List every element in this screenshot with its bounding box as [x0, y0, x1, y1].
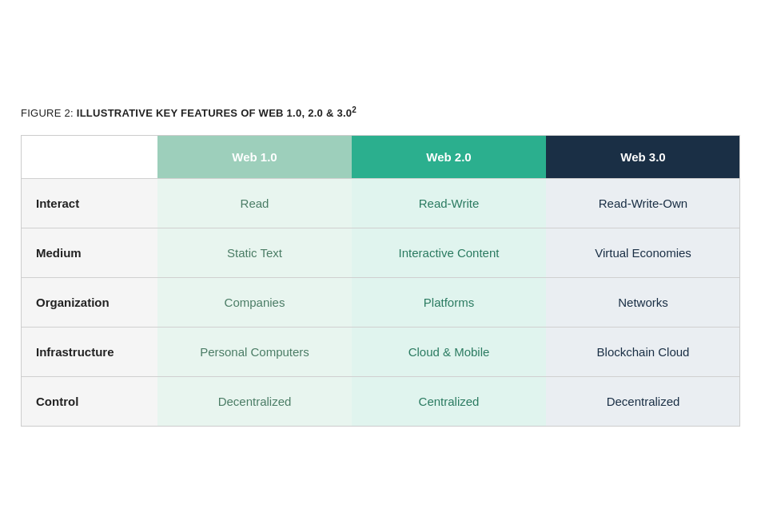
row-label-organization: Organization — [22, 278, 157, 328]
figure-title-prefix: FIGURE 2: — [21, 107, 77, 119]
table-row: OrganizationCompaniesPlatformsNetworks — [22, 278, 740, 328]
row-web2-cell: Platforms — [352, 278, 546, 328]
row-web1-cell: Read — [157, 179, 352, 228]
table-row: MediumStatic TextInteractive ContentVirt… — [22, 228, 740, 278]
row-web2-cell: Read-Write — [352, 179, 546, 228]
figure-title: FIGURE 2: ILLUSTRATIVE KEY FEATURES OF W… — [21, 105, 740, 119]
row-web3-cell: Read-Write-Own — [546, 179, 740, 228]
row-web1-cell: Personal Computers — [157, 328, 352, 377]
header-web3: Web 3.0 — [546, 136, 740, 179]
table-row: ControlDecentralizedCentralizedDecentral… — [22, 377, 740, 427]
row-label-control: Control — [22, 377, 157, 427]
row-label-medium: Medium — [22, 228, 157, 278]
row-web3-cell: Blockchain Cloud — [546, 328, 740, 377]
table-body: InteractReadRead-WriteRead-Write-OwnMedi… — [22, 179, 740, 427]
row-label-infrastructure: Infrastructure — [22, 328, 157, 377]
header-web2: Web 2.0 — [352, 136, 546, 179]
row-web2-cell: Centralized — [352, 377, 546, 427]
header-web1: Web 1.0 — [157, 136, 352, 179]
row-web3-cell: Decentralized — [546, 377, 740, 427]
header-row: Web 1.0 Web 2.0 Web 3.0 — [22, 136, 740, 179]
row-web2-cell: Cloud & Mobile — [352, 328, 546, 377]
row-label-interact: Interact — [22, 179, 157, 228]
table-row: InteractReadRead-WriteRead-Write-Own — [22, 179, 740, 228]
row-web2-cell: Interactive Content — [352, 228, 546, 278]
header-label-col — [22, 136, 157, 179]
row-web1-cell: Companies — [157, 278, 352, 328]
table-row: InfrastructurePersonal ComputersCloud & … — [22, 328, 740, 377]
figure-title-bold: ILLUSTRATIVE KEY FEATURES OF WEB 1.0, 2.… — [77, 107, 357, 119]
row-web3-cell: Networks — [546, 278, 740, 328]
row-web1-cell: Static Text — [157, 228, 352, 278]
row-web3-cell: Virtual Economies — [546, 228, 740, 278]
comparison-table: Web 1.0 Web 2.0 Web 3.0 InteractReadRead… — [22, 136, 740, 426]
main-container: FIGURE 2: ILLUSTRATIVE KEY FEATURES OF W… — [21, 105, 740, 427]
comparison-table-wrapper: Web 1.0 Web 2.0 Web 3.0 InteractReadRead… — [21, 135, 740, 427]
row-web1-cell: Decentralized — [157, 377, 352, 427]
